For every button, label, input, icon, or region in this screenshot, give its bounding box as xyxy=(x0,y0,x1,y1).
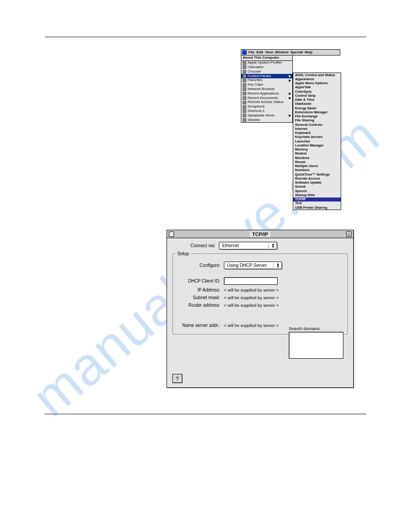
submenu-arrow-icon: ▶ xyxy=(289,96,291,100)
menu-item-icon xyxy=(243,105,246,109)
dhcp-client-id-input[interactable] xyxy=(224,277,278,285)
control-panel-item[interactable]: DialAssist xyxy=(293,102,341,106)
control-panel-item[interactable]: Numbers xyxy=(293,168,341,172)
configure-value: Using DHCP Server xyxy=(227,263,267,268)
menu-item-label: Network Browser xyxy=(248,87,275,91)
control-panel-item[interactable]: Text xyxy=(293,202,341,206)
menu-item-label: Sherlock 2 xyxy=(248,109,265,113)
menu-item-icon xyxy=(243,101,246,104)
tcpip-body: Connect via: Ethernet ▲▼ Setup Configure… xyxy=(167,238,353,387)
menubar-item-special[interactable]: Special xyxy=(291,51,303,55)
connect-via-value: Ethernet xyxy=(222,243,239,248)
apple-menu-item[interactable]: Network Browser xyxy=(241,87,292,92)
submenu-arrow-icon: ▶ xyxy=(289,74,291,78)
name-server-value: < will be supplied by server > xyxy=(224,323,279,328)
control-panel-item[interactable]: Energy Saver xyxy=(293,106,341,110)
menubar-item-window[interactable]: Window xyxy=(275,51,289,55)
mac-menubar: File Edit View Window Special Help xyxy=(241,49,340,56)
router-address-value: < will be supplied by server > xyxy=(224,303,279,308)
menu-item-icon xyxy=(243,109,246,113)
help-icon: ? xyxy=(176,375,179,382)
control-panel-item[interactable]: Modem xyxy=(293,152,341,156)
about-this-computer[interactable]: About This Computer xyxy=(241,56,292,61)
apple-menu-item[interactable]: Speakable Items▶ xyxy=(241,113,292,118)
menu-item-label: Control Panels xyxy=(248,74,271,78)
menubar-item-help[interactable]: Help xyxy=(305,51,313,55)
setup-legend: Setup xyxy=(176,251,191,256)
configure-label: Configure: xyxy=(177,263,224,268)
menu-item-icon xyxy=(243,79,246,82)
menu-item-label: Stickies xyxy=(248,118,260,122)
menu-item-icon xyxy=(243,114,246,117)
menu-item-label: Key Caps xyxy=(248,83,263,87)
control-panel-item[interactable]: Launcher xyxy=(293,139,341,143)
apple-menu-item[interactable]: Calculator xyxy=(241,65,292,70)
menu-item-label: Scrapbook xyxy=(248,105,265,109)
apple-menu-item[interactable]: Chooser xyxy=(241,69,292,74)
menu-item-label: Speakable Items xyxy=(248,114,274,118)
connect-via-label: Connect via: xyxy=(172,243,219,248)
apple-menu-icon[interactable] xyxy=(242,50,247,55)
submenu-arrow-icon: ▶ xyxy=(289,92,291,95)
control-panel-item[interactable]: USB Printer Sharing xyxy=(293,206,341,210)
menu-item-icon xyxy=(243,74,246,78)
control-panel-item[interactable]: ColorSync xyxy=(293,90,341,94)
search-domains-label: Search domains: xyxy=(289,326,343,331)
configure-select[interactable]: Using DHCP Server ▲▼ xyxy=(224,262,282,269)
search-domains-input[interactable] xyxy=(289,332,343,359)
ip-address-label: IP Address: xyxy=(177,287,224,292)
control-panel-item[interactable]: Speech xyxy=(293,189,341,193)
menu-item-label: Remote Access Status xyxy=(248,100,283,104)
setup-group: Setup Configure: Using DHCP Server ▲▼ DH… xyxy=(172,251,348,335)
ip-address-value: < will be supplied by server > xyxy=(224,287,279,292)
control-panel-item[interactable]: QuickTime™ Settings xyxy=(293,172,341,176)
menu-item-label: Recent Documents xyxy=(248,96,278,100)
menubar-item-view[interactable]: View xyxy=(265,51,273,55)
help-button[interactable]: ? xyxy=(172,374,182,383)
control-panel-item[interactable]: File Sharing xyxy=(293,119,341,123)
top-rule xyxy=(45,37,366,37)
search-domains-area: Search domains: xyxy=(289,326,343,359)
control-panel-item[interactable]: Keychain Access xyxy=(293,135,341,139)
control-panel-item[interactable]: ADSL Control and Status xyxy=(293,73,341,77)
menu-item-icon xyxy=(243,92,246,95)
submenu-arrow-icon: ▶ xyxy=(289,114,291,117)
control-panel-item[interactable]: Monitors xyxy=(293,156,341,160)
menubar-item-edit[interactable]: Edit xyxy=(257,51,263,55)
menu-item-label: Chooser xyxy=(248,70,261,74)
menu-item-icon xyxy=(243,70,246,73)
menu-item-label: Recent Applications xyxy=(248,92,279,96)
menu-item-icon xyxy=(243,118,246,122)
apple-menu-item[interactable]: Recent Applications▶ xyxy=(241,91,292,96)
select-arrows-icon: ▲▼ xyxy=(271,243,275,249)
menu-item-icon xyxy=(243,96,246,100)
menu-item-label: Calculator xyxy=(248,65,264,69)
collapse-icon[interactable] xyxy=(346,232,351,237)
close-icon[interactable] xyxy=(169,232,174,237)
control-panel-item[interactable]: General Controls xyxy=(293,123,341,127)
menu-item-icon xyxy=(243,87,246,91)
subnet-mask-value: < will be supplied by server > xyxy=(224,295,279,300)
menu-item-label: Apple System Profiler xyxy=(248,61,282,65)
dhcp-client-id-label: DHCP Client ID: xyxy=(177,279,224,283)
control-panels-submenu: ADSL Control and StatusAppearanceApple M… xyxy=(293,73,341,210)
bottom-rule xyxy=(45,414,366,414)
control-panel-item[interactable]: Sound xyxy=(293,185,341,189)
menu-item-icon xyxy=(243,83,246,87)
control-panel-item[interactable]: AppleTalk xyxy=(293,86,341,90)
submenu-arrow-icon: ▶ xyxy=(289,79,291,82)
apple-menu-item[interactable]: Stickies xyxy=(241,118,292,122)
name-server-label: Name server addr.: xyxy=(177,323,224,328)
apple-menu-dropdown: About This Computer Apple System Profile… xyxy=(241,56,293,123)
tcpip-window: TCP/IP Connect via: Ethernet ▲▼ Setup Co… xyxy=(167,230,354,388)
tcpip-titlebar[interactable]: TCP/IP xyxy=(167,230,353,238)
menu-item-icon xyxy=(243,65,246,69)
router-address-label: Router address: xyxy=(177,303,224,308)
apple-menu-item[interactable]: Sherlock 2 xyxy=(241,109,292,114)
tcpip-title-label: TCP/IP xyxy=(249,232,271,237)
connect-via-select[interactable]: Ethernet ▲▼ xyxy=(219,242,277,249)
apple-menu-screenshot: File Edit View Window Special Help About… xyxy=(241,49,340,123)
menubar-item-file[interactable]: File xyxy=(248,51,255,55)
select-arrows-icon: ▲▼ xyxy=(276,263,280,268)
subnet-mask-label: Subnet mask: xyxy=(177,295,224,300)
